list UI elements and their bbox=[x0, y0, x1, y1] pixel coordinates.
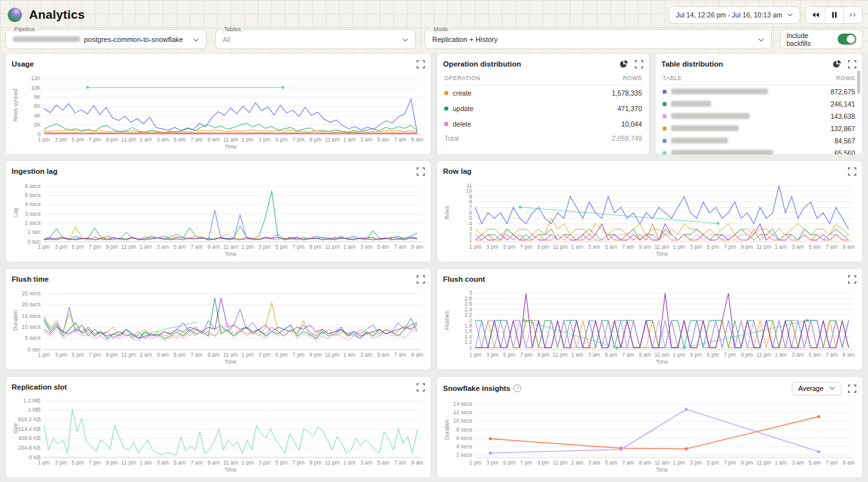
help-icon[interactable]: ? bbox=[513, 384, 521, 392]
svg-text:9 am: 9 am bbox=[207, 459, 220, 466]
table-distribution-card: Table distribution TABLE ROWS 872,675246… bbox=[655, 53, 863, 155]
expand-button[interactable] bbox=[417, 167, 425, 176]
svg-text:9 pm: 9 pm bbox=[741, 459, 753, 466]
redacted-table-name bbox=[671, 89, 768, 94]
pie-view-button[interactable] bbox=[832, 59, 842, 68]
scrollbar-thumb[interactable] bbox=[857, 70, 860, 94]
mode-select[interactable]: Mode Replication + History bbox=[424, 29, 772, 49]
svg-text:1 pm: 1 pm bbox=[242, 459, 254, 466]
svg-text:5 pm: 5 pm bbox=[503, 351, 515, 358]
svg-text:Time: Time bbox=[656, 466, 668, 473]
ingestion-lag-chart: 0 sec1 sec2 secs3 secs4 secs5 secs6 secs… bbox=[12, 178, 425, 261]
row-value: 65,560 bbox=[834, 149, 855, 156]
svg-text:204.8 KB: 204.8 KB bbox=[18, 445, 41, 451]
table-row: delete10,044 bbox=[443, 116, 643, 132]
svg-text:8K: 8K bbox=[34, 94, 41, 100]
pipeline-label: Pipeline bbox=[12, 26, 37, 32]
expand-button[interactable] bbox=[417, 275, 425, 284]
chart-title: Snowflake insights bbox=[443, 384, 510, 392]
svg-text:11 pm: 11 pm bbox=[325, 136, 340, 143]
expand-button[interactable] bbox=[848, 384, 856, 393]
svg-text:11 am: 11 am bbox=[223, 351, 238, 358]
fast-forward-button[interactable] bbox=[843, 7, 862, 23]
svg-text:7 pm: 7 pm bbox=[88, 459, 101, 466]
chart-title: Row lag bbox=[443, 167, 471, 175]
svg-text:1 am: 1 am bbox=[140, 459, 152, 466]
svg-text:7 pm: 7 pm bbox=[724, 459, 736, 466]
svg-text:9 pm: 9 pm bbox=[106, 459, 118, 466]
expand-button[interactable] bbox=[635, 60, 643, 68]
expand-button[interactable] bbox=[848, 275, 856, 284]
legend-swatch bbox=[663, 114, 666, 118]
redacted-table-name bbox=[671, 125, 739, 131]
pause-button[interactable] bbox=[825, 7, 843, 23]
toggle-switch[interactable] bbox=[838, 34, 856, 45]
svg-text:2 secs: 2 secs bbox=[25, 220, 41, 226]
svg-text:11 pm: 11 pm bbox=[756, 244, 771, 250]
svg-text:1 pm: 1 pm bbox=[470, 244, 482, 250]
redacted-pipeline-prefix bbox=[13, 36, 80, 42]
svg-text:11 am: 11 am bbox=[655, 459, 670, 466]
row-label: create bbox=[453, 89, 471, 97]
svg-text:3: 3 bbox=[469, 289, 472, 296]
svg-text:7 pm: 7 pm bbox=[88, 136, 101, 143]
redacted-table-name bbox=[671, 101, 711, 107]
svg-text:11 am: 11 am bbox=[223, 459, 238, 466]
date-range-picker[interactable]: Jul 14, 12:26 pm - Jul 16, 10:13 am bbox=[668, 6, 800, 24]
svg-text:7 am: 7 am bbox=[622, 244, 634, 250]
fast-forward-icon bbox=[849, 12, 858, 18]
redacted-table-name bbox=[671, 150, 773, 155]
svg-text:3 pm: 3 pm bbox=[486, 351, 499, 358]
pie-view-button[interactable] bbox=[619, 59, 628, 68]
total-label: Total bbox=[444, 134, 459, 142]
svg-text:1 pm: 1 pm bbox=[242, 136, 254, 143]
svg-text:5 am: 5 am bbox=[174, 244, 186, 250]
expand-icon bbox=[417, 275, 425, 284]
expand-icon bbox=[417, 383, 425, 392]
svg-text:3 pm: 3 pm bbox=[258, 244, 271, 250]
svg-text:1 pm: 1 pm bbox=[673, 351, 685, 358]
usage-chart: 02K4K6K8K10K12K1 pm3 pm5 pm7 pm9 pm11 pm… bbox=[12, 71, 425, 154]
svg-text:6 secs: 6 secs bbox=[456, 435, 472, 441]
svg-text:5 am: 5 am bbox=[174, 136, 186, 143]
svg-text:7 am: 7 am bbox=[394, 459, 406, 466]
redacted-table-name bbox=[671, 113, 750, 119]
svg-text:11 pm: 11 pm bbox=[756, 351, 771, 358]
row-value: 10,044 bbox=[621, 120, 642, 128]
svg-text:11 am: 11 am bbox=[655, 351, 670, 358]
expand-button[interactable] bbox=[417, 60, 425, 68]
svg-text:5 pm: 5 pm bbox=[707, 459, 719, 466]
table-rows: 872,675246,141143,638132,86784,56765,560… bbox=[661, 85, 856, 155]
page-title: Analytics bbox=[29, 8, 85, 22]
svg-text:11 pm: 11 pm bbox=[121, 351, 136, 358]
aggregate-select[interactable]: Average bbox=[792, 382, 842, 395]
svg-text:7 pm: 7 pm bbox=[293, 244, 305, 250]
rewind-icon bbox=[811, 12, 820, 18]
chart-title: Flush time bbox=[12, 275, 49, 283]
include-backfills-toggle[interactable]: Include backfills bbox=[780, 29, 863, 49]
svg-text:6K: 6K bbox=[34, 103, 41, 109]
replication-slot-card: Replication slot 0 KB204.8 KB409.6 KB614… bbox=[5, 376, 431, 478]
svg-text:5 am: 5 am bbox=[605, 459, 617, 466]
svg-text:3 am: 3 am bbox=[156, 244, 169, 250]
svg-text:9 am: 9 am bbox=[411, 136, 424, 143]
svg-text:2K: 2K bbox=[34, 121, 41, 128]
svg-text:5 pm: 5 pm bbox=[275, 351, 287, 358]
svg-text:3 am: 3 am bbox=[360, 244, 373, 250]
chevron-down-icon bbox=[758, 38, 764, 42]
rewind-button[interactable] bbox=[806, 7, 825, 23]
svg-text:1 am: 1 am bbox=[343, 244, 355, 250]
pipeline-select[interactable]: Pipeline postgres-common-to-snowflake bbox=[5, 29, 207, 49]
expand-button[interactable] bbox=[848, 60, 856, 68]
expand-button[interactable] bbox=[417, 383, 425, 392]
tables-select[interactable]: Tables All bbox=[215, 29, 417, 49]
expand-button[interactable] bbox=[848, 167, 856, 176]
svg-text:5 pm: 5 pm bbox=[275, 244, 287, 250]
row-value: 84,567 bbox=[834, 137, 855, 145]
svg-text:15 secs: 15 secs bbox=[22, 313, 41, 319]
flush-count-chart: 11.21.41.61.822.22.42.62.831 pm3 pm5 pm7… bbox=[443, 286, 856, 369]
svg-text:11 pm: 11 pm bbox=[553, 459, 568, 466]
svg-text:Time: Time bbox=[225, 466, 237, 473]
svg-text:1 sec: 1 sec bbox=[28, 229, 41, 235]
svg-text:Duration: Duration bbox=[444, 419, 450, 440]
